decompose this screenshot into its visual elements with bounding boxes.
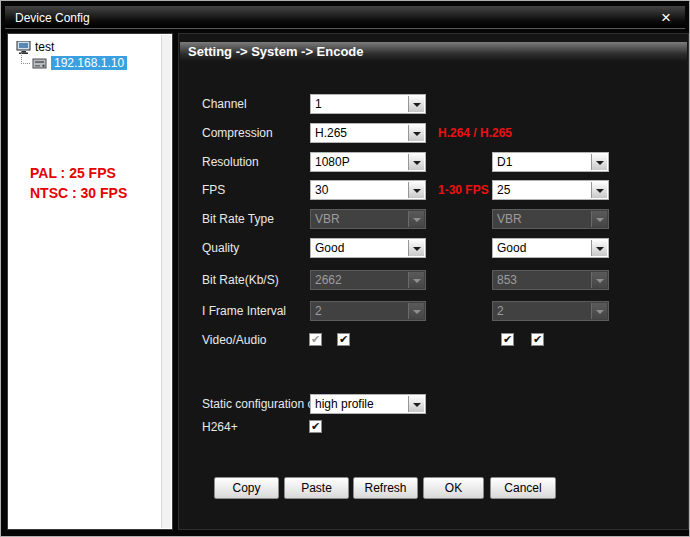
cancel-button[interactable]: Cancel <box>490 477 556 499</box>
check-icon: ✔ <box>311 420 320 432</box>
compression-select[interactable]: H.265 <box>310 123 426 143</box>
chevron-down-icon <box>408 211 424 227</box>
channel-select[interactable]: 1 <box>310 94 426 114</box>
chevron-down-icon <box>408 303 424 319</box>
bit-rate-type-select: VBR <box>310 209 426 229</box>
sub-resolution-value: D1 <box>497 155 589 169</box>
chevron-down-icon[interactable] <box>591 154 607 170</box>
check-icon: ✔ <box>311 333 320 345</box>
chevron-down-icon[interactable] <box>591 240 607 256</box>
pal-fps-note: PAL : 25 FPS <box>30 165 116 181</box>
chevron-down-icon[interactable] <box>591 182 607 198</box>
ok-button[interactable]: OK <box>423 477 484 499</box>
copy-button[interactable]: Copy <box>214 477 279 499</box>
bit-rate-type-label: Bit Rate Type <box>202 209 274 229</box>
window-title: Device Config <box>15 11 90 25</box>
tree-device-label: 192.168.1.10 <box>51 56 127 70</box>
video-audio-label: Video/Audio <box>202 330 267 350</box>
device-icon <box>32 57 48 70</box>
chevron-down-icon[interactable] <box>408 154 424 170</box>
chevron-down-icon[interactable] <box>408 182 424 198</box>
sub-quality-select[interactable]: Good <box>492 238 609 258</box>
sub-resolution-select[interactable]: D1 <box>492 152 609 172</box>
compression-value: H.265 <box>315 126 406 140</box>
resolution-select[interactable]: 1080P <box>310 152 426 172</box>
titlebar[interactable]: Device Config × <box>5 6 685 29</box>
i-frame-interval-value: 2 <box>315 304 406 318</box>
sub-i-frame-interval-select: 2 <box>492 301 609 321</box>
resolution-label: Resolution <box>202 152 259 172</box>
sub-video-checkbox[interactable]: ✔ <box>501 333 514 346</box>
refresh-button[interactable]: Refresh <box>353 477 418 499</box>
chevron-down-icon <box>591 272 607 288</box>
resolution-value: 1080P <box>315 155 406 169</box>
device-config-window: Device Config × test <box>0 0 690 537</box>
compression-label: Compression <box>202 123 273 143</box>
sub-fps-value: 25 <box>497 183 589 197</box>
check-icon: ✔ <box>503 333 512 345</box>
breadcrumb: Setting -> System -> Encode <box>180 42 687 62</box>
fps-label: FPS <box>202 180 225 200</box>
sub-bit-rate-type-select: VBR <box>492 209 609 229</box>
static-config-label: Static configuration of <box>202 394 317 414</box>
channel-label: Channel <box>202 94 247 114</box>
channel-value: 1 <box>315 97 406 111</box>
chevron-down-icon[interactable] <box>408 125 424 141</box>
sub-fps-select[interactable]: 25 <box>492 180 609 200</box>
h264plus-checkbox[interactable]: ✔ <box>309 420 322 433</box>
chevron-down-icon <box>408 272 424 288</box>
tree-node-device[interactable]: 192.168.1.10 <box>32 55 127 71</box>
main-audio-checkbox[interactable]: ✔ <box>337 333 350 346</box>
tree-connector <box>21 50 30 64</box>
bit-rate-value: 2662 <box>315 273 406 287</box>
h264plus-label: H264+ <box>202 417 238 437</box>
bit-rate-label: Bit Rate(Kb/S) <box>202 270 279 290</box>
chevron-down-icon[interactable] <box>408 96 424 112</box>
fps-value: 30 <box>315 183 406 197</box>
static-config-select[interactable]: high profile <box>310 394 426 414</box>
sub-i-frame-interval-value: 2 <box>497 304 589 318</box>
fps-select[interactable]: 30 <box>310 180 426 200</box>
check-icon: ✔ <box>533 333 542 345</box>
i-frame-interval-label: I Frame Interval <box>202 301 286 321</box>
chevron-down-icon[interactable] <box>408 396 424 412</box>
chevron-down-icon[interactable] <box>408 240 424 256</box>
chevron-down-icon <box>591 303 607 319</box>
sub-bit-rate-type-value: VBR <box>497 212 589 226</box>
chevron-down-icon <box>591 211 607 227</box>
quality-label: Quality <box>202 238 239 258</box>
encode-settings-panel: Setting -> System -> Encode Channel 1 Co… <box>178 33 689 530</box>
main-video-checkbox[interactable]: ✔ <box>309 333 322 346</box>
sub-quality-value: Good <box>497 241 589 255</box>
ntsc-fps-note: NTSC : 30 FPS <box>30 185 127 201</box>
sub-bit-rate-select: 853 <box>492 270 609 290</box>
quality-select[interactable]: Good <box>310 238 426 258</box>
close-icon[interactable]: × <box>661 7 671 28</box>
i-frame-interval-select: 2 <box>310 301 426 321</box>
sub-bit-rate-value: 853 <box>497 273 589 287</box>
paste-button[interactable]: Paste <box>284 477 349 499</box>
compression-note: H.264 / H.265 <box>438 123 512 143</box>
fps-note: 1-30 FPS <box>438 180 489 200</box>
quality-value: Good <box>315 241 406 255</box>
tree-scrollbar[interactable] <box>161 35 171 528</box>
static-config-value: high profile <box>315 397 406 411</box>
sub-audio-checkbox[interactable]: ✔ <box>531 333 544 346</box>
bit-rate-type-value: VBR <box>315 212 406 226</box>
tree-root-label: test <box>35 40 54 54</box>
bit-rate-select: 2662 <box>310 270 426 290</box>
device-tree-panel: test 192.168.1.10 PAL : 25 FPS NTSC : 30… <box>7 33 173 530</box>
check-icon: ✔ <box>339 333 348 345</box>
